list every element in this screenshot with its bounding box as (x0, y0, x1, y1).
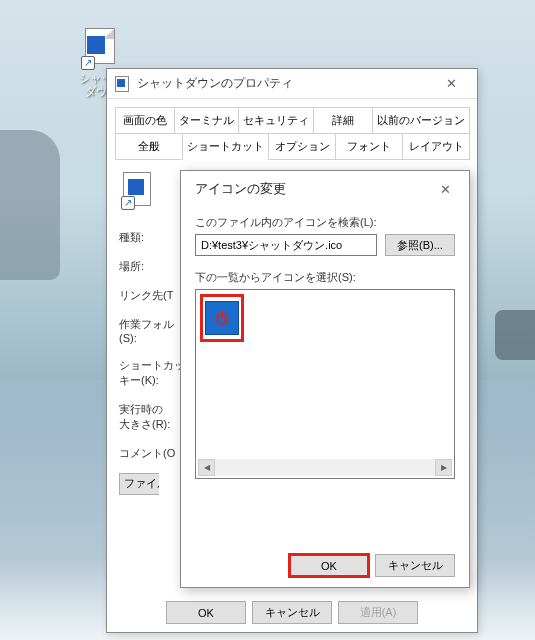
label-location: 場所: (119, 257, 144, 274)
label-type: 種類: (119, 228, 144, 245)
tab-details[interactable]: 詳細 (313, 107, 373, 134)
change-icon-title: アイコンの変更 (195, 180, 429, 198)
change-icon-buttons: OK キャンセル (289, 554, 455, 577)
icon-path-input[interactable] (195, 234, 377, 256)
scroll-right-icon[interactable]: ▶ (435, 459, 452, 476)
tab-terminal[interactable]: ターミナル (174, 107, 239, 134)
apply-button[interactable]: 適用(A) (338, 601, 418, 624)
properties-titlebar[interactable]: シャットダウンのプロパティ ✕ (107, 69, 477, 99)
change-icon-dialog: アイコンの変更 ✕ このファイル内のアイコンを検索(L): 参照(B)... 下… (180, 170, 470, 588)
shortcut-icon (81, 28, 121, 68)
tab-security[interactable]: セキュリティ (238, 107, 314, 134)
scroll-left-icon[interactable]: ◀ (198, 459, 215, 476)
tab-shortcut[interactable]: ショートカット (182, 133, 269, 160)
label-startin: 作業フォル (S): (119, 315, 174, 344)
horizontal-scrollbar[interactable]: ◀ ▶ (198, 459, 452, 476)
tabs-area: 画面の色 ターミナル セキュリティ 詳細 以前のバージョン 全般 ショートカット… (107, 99, 477, 160)
cancel-button[interactable]: キャンセル (252, 601, 332, 624)
select-icon-label: 下の一覧からアイコンを選択(S): (195, 270, 455, 285)
change-icon-titlebar[interactable]: アイコンの変更 ✕ (181, 171, 469, 207)
icon-list[interactable]: ◀ ▶ (195, 289, 455, 479)
svg-rect-1 (221, 311, 223, 319)
window-icon (115, 76, 131, 92)
tab-options[interactable]: オプション (268, 133, 336, 160)
icon-item-selected[interactable] (200, 294, 244, 342)
label-hotkey: ショートカッ キー(K): (119, 356, 185, 388)
window-title: シャットダウンのプロパティ (137, 75, 431, 92)
shortcut-large-icon (123, 172, 159, 208)
tab-color[interactable]: 画面の色 (115, 107, 175, 134)
open-file-location-button[interactable]: ファイル (119, 473, 159, 495)
properties-buttons: OK キャンセル 適用(A) (107, 601, 477, 624)
label-target: リンク先(T (119, 286, 173, 303)
ok-button[interactable]: OK (166, 601, 246, 624)
tab-font[interactable]: フォント (335, 133, 403, 160)
tab-general[interactable]: 全般 (115, 133, 183, 160)
ok-button[interactable]: OK (289, 554, 369, 577)
power-icon (213, 309, 231, 327)
close-icon[interactable]: ✕ (429, 175, 461, 203)
browse-button[interactable]: 参照(B)... (385, 234, 455, 256)
tab-prev-versions[interactable]: 以前のバージョン (372, 107, 470, 134)
tab-layout[interactable]: レイアウト (402, 133, 470, 160)
search-file-label: このファイル内のアイコンを検索(L): (195, 215, 455, 230)
close-icon[interactable]: ✕ (431, 70, 471, 98)
label-comment: コメント(O (119, 444, 175, 461)
label-run: 実行時の 大きさ(R): (119, 400, 170, 432)
cancel-button[interactable]: キャンセル (375, 554, 455, 577)
